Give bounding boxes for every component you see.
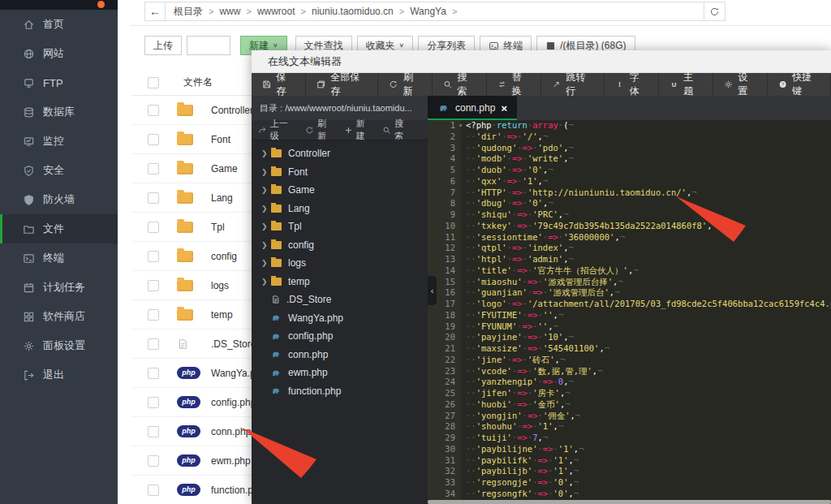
chevron-right-icon[interactable]: ❯ bbox=[261, 222, 271, 230]
line-number: 12 bbox=[428, 243, 461, 254]
tree-refresh-button[interactable]: 刷新 bbox=[305, 118, 335, 142]
row-checkbox[interactable] bbox=[148, 309, 159, 321]
code-line: 4··'modb'·=>·'write',¬ bbox=[428, 153, 831, 165]
sidebar-item-monitor[interactable]: 监控 bbox=[0, 127, 118, 156]
tab-conn-php[interactable]: conn.php × bbox=[428, 96, 517, 120]
tree-search-button[interactable]: 搜索 bbox=[382, 118, 412, 142]
breadcrumb-segment[interactable]: wwwroot bbox=[257, 6, 295, 17]
tree-item[interactable]: ❯config bbox=[252, 236, 428, 255]
row-checkbox[interactable] bbox=[148, 105, 159, 116]
editor-replace-button[interactable]: 替换 bbox=[487, 73, 541, 96]
file-name[interactable]: config bbox=[211, 251, 237, 262]
editor-settings-button[interactable]: 设置 bbox=[713, 73, 768, 96]
tree-item[interactable]: ewm.php bbox=[252, 364, 428, 382]
tree-new-button[interactable]: 新建 bbox=[344, 118, 374, 142]
tree-item[interactable]: ❯Font bbox=[252, 163, 428, 182]
breadcrumb-segment[interactable]: www bbox=[219, 6, 240, 17]
sidebar-item-terminal[interactable]: 终端 bbox=[0, 243, 118, 273]
editor-theme-button[interactable]: U主题 bbox=[659, 73, 713, 96]
editor-save-all-button[interactable]: 全部保存 bbox=[306, 73, 379, 96]
chevron-right-icon[interactable]: ❯ bbox=[261, 186, 271, 194]
editor-goto-line-button[interactable]: 跳转行 bbox=[541, 73, 605, 96]
back-button[interactable]: ← bbox=[144, 2, 166, 21]
code-editor[interactable]: 1▾<?php·return·array·(¬2··'dir'·=>·'/',¬… bbox=[428, 120, 831, 500]
sidebar-item-firewall[interactable]: 防火墙 bbox=[0, 185, 118, 214]
tree-item[interactable]: config.php bbox=[252, 327, 428, 346]
close-icon[interactable]: × bbox=[501, 103, 507, 114]
tree-collapse-handle[interactable]: ‹ bbox=[428, 276, 437, 305]
row-checkbox[interactable] bbox=[148, 280, 159, 291]
sidebar-item-files[interactable]: 文件 bbox=[0, 214, 118, 243]
sidebar-item-home[interactable]: 首页 bbox=[0, 10, 118, 39]
sidebar-item-label: 防火墙 bbox=[43, 192, 75, 207]
row-checkbox[interactable] bbox=[148, 426, 159, 437]
row-checkbox[interactable] bbox=[148, 222, 159, 233]
sidebar-item-label: 安全 bbox=[43, 163, 64, 178]
file-name[interactable]: config.php bbox=[211, 397, 256, 408]
tree-item[interactable]: ❯Game bbox=[252, 181, 428, 200]
editor-font-button[interactable]: I字体 bbox=[605, 73, 659, 96]
scrollbar-thumb[interactable] bbox=[428, 500, 831, 504]
tree-item[interactable]: ❯Lang bbox=[252, 200, 428, 218]
sidebar-item-appstore[interactable]: 软件商店 bbox=[0, 302, 118, 331]
file-name[interactable]: Lang bbox=[211, 192, 233, 204]
row-checkbox[interactable] bbox=[148, 251, 159, 262]
chevron-right-icon[interactable]: ❯ bbox=[261, 259, 271, 267]
file-name[interactable]: .DS_Store bbox=[211, 338, 256, 350]
file-name[interactable]: Game bbox=[211, 163, 238, 174]
upload-button[interactable]: 上传 bbox=[144, 36, 182, 55]
file-search-input[interactable] bbox=[187, 36, 230, 55]
sidebar-item-database[interactable]: 数据库 bbox=[0, 97, 118, 127]
breadcrumb-segment[interactable]: WangYa bbox=[410, 6, 446, 17]
chevron-right-icon[interactable]: ❯ bbox=[261, 241, 271, 249]
editor-search-button[interactable]: 搜索 bbox=[433, 73, 487, 96]
breadcrumb-segment[interactable]: 根目录 bbox=[174, 5, 203, 19]
file-name[interactable]: logs bbox=[211, 280, 229, 291]
sidebar-item-logout[interactable]: 退出 bbox=[0, 360, 118, 390]
tree-item[interactable]: conn.php bbox=[252, 346, 428, 364]
breadcrumb-segment[interactable]: niuniu.taomiduo.cn bbox=[312, 6, 394, 17]
row-checkbox[interactable] bbox=[148, 368, 159, 379]
file-name[interactable]: temp bbox=[211, 309, 233, 321]
tree-item[interactable]: ❯Tpl bbox=[252, 218, 428, 236]
sidebar-item-sites[interactable]: 网站 bbox=[0, 39, 118, 68]
tree-item-label: ewm.php bbox=[288, 367, 328, 378]
row-checkbox[interactable] bbox=[148, 134, 159, 145]
editor-refresh-button[interactable]: 刷新 bbox=[378, 73, 433, 96]
fold-caret-icon[interactable]: ▾ bbox=[459, 120, 463, 131]
refresh-button[interactable] bbox=[704, 2, 726, 21]
row-checkbox[interactable] bbox=[148, 338, 159, 350]
chevron-right-icon[interactable]: ❯ bbox=[261, 278, 271, 286]
sidebar-item-security[interactable]: 安全 bbox=[0, 156, 118, 185]
file-name[interactable]: ewm.php bbox=[211, 455, 251, 467]
sidebar-item-cron[interactable]: 计划任务 bbox=[0, 273, 118, 302]
sidebar-item-ftp[interactable]: FTP bbox=[0, 68, 118, 97]
tree-item[interactable]: function.php bbox=[252, 382, 428, 401]
globe-icon bbox=[23, 48, 35, 60]
code-line: 27··'yongjin'·=>·'佣金',¬ bbox=[428, 411, 831, 422]
file-name[interactable]: Tpl bbox=[211, 222, 225, 233]
file-name[interactable]: conn.php bbox=[211, 426, 251, 437]
chevron-right-icon[interactable]: ❯ bbox=[261, 205, 271, 213]
tree-item-label: logs bbox=[288, 257, 306, 269]
sidebar-item-panel-settings[interactable]: 面板设置 bbox=[0, 331, 118, 360]
row-checkbox[interactable] bbox=[148, 397, 159, 408]
select-all-checkbox[interactable] bbox=[148, 77, 159, 88]
tree-up-level-button[interactable]: 上一级 bbox=[258, 118, 296, 142]
editor-save-button[interactable]: 保存 bbox=[252, 73, 306, 96]
row-checkbox[interactable] bbox=[148, 485, 159, 496]
row-checkbox[interactable] bbox=[148, 163, 159, 174]
file-name[interactable]: Controller bbox=[211, 105, 253, 116]
file-name[interactable]: Font bbox=[211, 134, 230, 145]
tree-item[interactable]: ❯temp bbox=[252, 273, 428, 291]
chevron-right-icon[interactable]: ❯ bbox=[261, 168, 271, 176]
editor-hotkeys-button[interactable]: ?快捷键 bbox=[768, 73, 831, 96]
tree-item[interactable]: WangYa.php bbox=[252, 309, 428, 328]
chevron-right-icon[interactable]: ❯ bbox=[261, 149, 271, 157]
tree-item[interactable]: .DS_Store bbox=[252, 291, 428, 309]
tree-item[interactable]: ❯Controller bbox=[252, 144, 428, 163]
row-checkbox[interactable] bbox=[148, 455, 159, 467]
folder-icon bbox=[177, 163, 193, 174]
row-checkbox[interactable] bbox=[148, 192, 159, 204]
tree-item[interactable]: ❯logs bbox=[252, 254, 428, 273]
